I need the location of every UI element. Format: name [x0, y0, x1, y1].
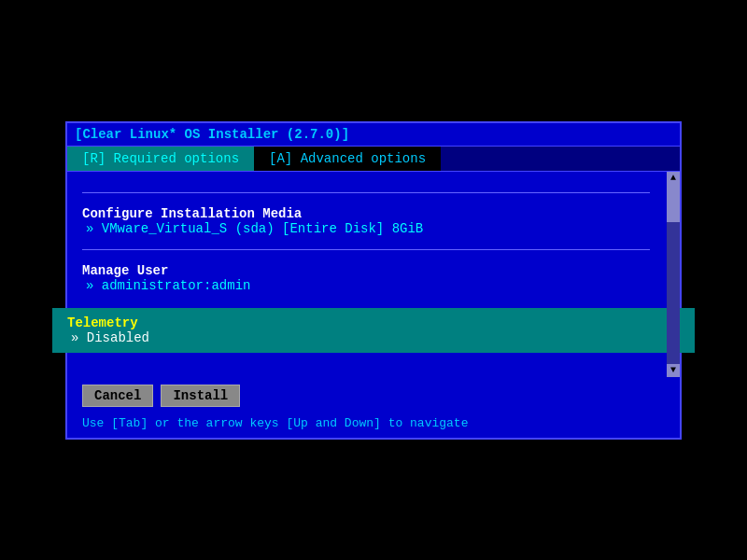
- tab-required[interactable]: [R] Required options: [67, 147, 254, 171]
- scrollbar: ▲ ▼: [667, 172, 680, 377]
- section-installation-media[interactable]: Configure Installation Media » VMware_Vi…: [82, 199, 650, 244]
- section-telemetry-title: Telemetry: [67, 315, 684, 330]
- cancel-button[interactable]: Cancel: [82, 385, 153, 407]
- section-telemetry-value: » Disabled: [67, 330, 684, 345]
- section-installation-media-title: Configure Installation Media: [82, 206, 650, 221]
- tab-bar: [R] Required options [A] Advanced option…: [67, 147, 680, 172]
- section-telemetry[interactable]: Telemetry » Disabled: [52, 308, 695, 353]
- tab-advanced[interactable]: [A] Advanced options: [254, 147, 441, 171]
- scrollbar-up-button[interactable]: ▲: [667, 172, 680, 185]
- section-installation-media-value: » VMware_Virtual_S (sda) [Entire Disk] 8…: [82, 221, 650, 236]
- divider-middle: [82, 249, 650, 250]
- nav-hint: Use [Tab] or the arrow keys [Up and Down…: [67, 413, 680, 438]
- installer-window: [Clear Linux* OS Installer (2.7.0)] [R] …: [65, 121, 682, 440]
- install-button[interactable]: Install: [161, 385, 240, 407]
- scrollbar-down-button[interactable]: ▼: [667, 364, 680, 377]
- down-arrow-icon: ▼: [670, 365, 676, 375]
- content-area: Configure Installation Media » VMware_Vi…: [67, 172, 680, 377]
- section-manage-user-value: » administrator:admin: [82, 278, 650, 293]
- divider-top: [82, 192, 650, 193]
- sections-container: Configure Installation Media » VMware_Vi…: [67, 179, 665, 308]
- scrollbar-track: [667, 185, 680, 364]
- window-title: [Clear Linux* OS Installer (2.7.0)]: [75, 127, 349, 142]
- title-bar: [Clear Linux* OS Installer (2.7.0)]: [67, 123, 680, 147]
- footer-buttons: Cancel Install: [67, 377, 680, 413]
- scrollbar-thumb[interactable]: [667, 185, 680, 222]
- section-manage-user[interactable]: Manage User » administrator:admin: [82, 256, 650, 301]
- section-manage-user-title: Manage User: [82, 263, 650, 278]
- up-arrow-icon: ▲: [670, 173, 676, 183]
